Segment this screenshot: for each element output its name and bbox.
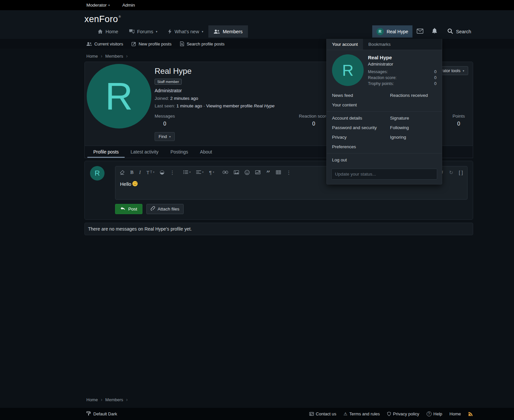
caret-down-icon: ▾ [153,171,154,174]
rss-button[interactable] [468,411,473,416]
remove-format-button[interactable] [120,170,125,175]
admin-link[interactable]: Admin [122,3,135,8]
subnav-current-visitors[interactable]: Current visitors [86,42,123,46]
menu-link-news-feed[interactable]: News feed [332,91,390,100]
nav-tab-home[interactable]: Home [92,25,124,38]
text-color-button[interactable] [160,170,164,175]
list-button[interactable]: ▾ [183,170,191,175]
nav-tab-members[interactable]: Members [208,25,248,38]
footer-link-contact[interactable]: Contact us [309,411,336,416]
breadcrumb-members[interactable]: Members [105,54,123,59]
subnav-label: New profile posts [138,42,171,46]
paint-brush-icon [86,411,91,417]
find-button[interactable]: Find ▾ [155,132,175,141]
caret-down-icon: ▾ [108,4,110,7]
search-label: Search [456,29,471,34]
more-format-button[interactable]: ⋮ [170,170,175,175]
smilies-button[interactable] [245,170,250,175]
more-tools-button[interactable]: ⋮ [287,170,291,175]
tab-profile-posts[interactable]: Profile posts [87,146,125,158]
italic-glyph: I [139,170,141,175]
main-nav: Home Forums ▾ What's new ▾ Members [92,25,248,38]
bold-button[interactable]: B [130,170,134,175]
alignment-button[interactable]: ▾ [196,170,203,175]
italic-button[interactable]: I [139,170,141,175]
footer-link-help[interactable]: ? Help [427,411,442,416]
shield-icon [387,412,391,416]
account-menu-tabs: Your account Bookmarks [327,39,442,50]
menu-link-signature[interactable]: Signature [390,113,437,123]
account-menu-button[interactable]: R Real Hype [372,25,412,38]
footer-label: Home [449,411,461,416]
menu-link-ignoring[interactable]: Ignoring [390,132,437,142]
staff-member-badge: Staff member [155,79,182,85]
header-actions: R Real Hype Search [372,25,473,38]
menu-link-password-security[interactable]: Password and security [332,123,390,132]
moderator-menu-button[interactable]: Moderator ▾ [86,3,110,8]
search-button[interactable]: Search [441,25,473,38]
breadcrumb-home[interactable]: Home [86,397,98,402]
editor-actions: Post Attach files [115,204,468,214]
site-logo[interactable]: xenForo® [84,14,121,24]
breadcrumb-members[interactable]: Members [105,397,123,402]
update-status-input[interactable] [331,169,437,180]
menu-link-reactions-received[interactable]: Reactions received [390,91,437,100]
stat-value: 0 [155,121,175,127]
nav-tab-whats-new[interactable]: What's new ▾ [163,25,208,38]
stat-points: Points 0 [452,114,465,127]
conversations-button[interactable] [412,25,428,38]
bbcode-toggle-button[interactable]: [ ] [459,170,463,175]
nav-tab-forums[interactable]: Forums ▾ [124,25,163,38]
editor-text: Hello [120,181,131,187]
tab-postings[interactable]: Postings [165,146,194,158]
font-size-button[interactable]: TT ▾ [146,170,154,175]
subnav-new-profile-posts[interactable]: New profile posts [132,42,171,46]
tab-latest-activity[interactable]: Latest activity [125,146,165,158]
menu-stat-value: 0 [434,70,437,74]
menu-link-account-details[interactable]: Account details [332,113,390,123]
menu-avatar[interactable]: R [332,54,364,86]
text-color-icon [160,170,164,175]
caret-down-icon: ▾ [189,171,191,174]
attach-label: Attach files [158,207,179,211]
menu-link-your-content[interactable]: Your content [332,100,390,110]
menu-link-preferences[interactable]: Preferences [332,142,390,152]
reply-arrow-icon [120,207,125,211]
joined-value: 2 minutes ago [170,96,198,101]
footer-link-privacy[interactable]: Privacy policy [387,411,419,416]
post-button[interactable]: Post [115,204,142,214]
caret-down-icon: ▾ [169,135,171,138]
pencil-square-icon [132,42,136,46]
profile-avatar[interactable]: R [87,64,151,128]
menu-link-log-out[interactable]: Log out [332,155,390,165]
quote-button[interactable]: ” [266,169,270,176]
attach-files-button[interactable]: Attach files [146,204,184,214]
joined-label: Joined: [155,96,169,101]
footer-links: Contact us ⚠ Terms and rules Privacy pol… [309,411,473,416]
alerts-button[interactable] [428,25,441,38]
tab-about[interactable]: About [194,146,218,158]
members-icon [214,29,220,34]
footer-link-home[interactable]: Home [449,411,461,416]
paragraph-format-button[interactable]: ¶ ▾ [209,170,214,175]
admin-toolbar: Moderator ▾ Admin [0,0,514,10]
footer-label: Terms and rules [349,411,380,416]
font-size-glyph: T [146,170,149,175]
redo-button[interactable]: ↻ [449,170,453,175]
insert-image-button[interactable] [234,170,239,174]
menu-link-following[interactable]: Following [390,123,437,132]
tab-your-account[interactable]: Your account [327,39,363,50]
menu-link-privacy[interactable]: Privacy [332,132,390,142]
no-messages-notice: There are no messages on Real Hype's pro… [84,223,473,235]
tab-bookmarks[interactable]: Bookmarks [363,39,396,50]
footer-link-terms[interactable]: ⚠ Terms and rules [344,411,380,416]
menu-user-name[interactable]: Real Hype [368,55,437,60]
link-button[interactable] [223,171,228,174]
subnav-search-profile-posts[interactable]: Search profile posts [180,42,225,46]
caret-down-icon: ▾ [463,69,464,72]
style-chooser-button[interactable]: Default Dark [84,411,117,417]
forums-icon [129,29,135,34]
table-button[interactable] [276,170,281,174]
breadcrumb-home[interactable]: Home [86,54,98,59]
insert-media-button[interactable] [255,170,260,174]
